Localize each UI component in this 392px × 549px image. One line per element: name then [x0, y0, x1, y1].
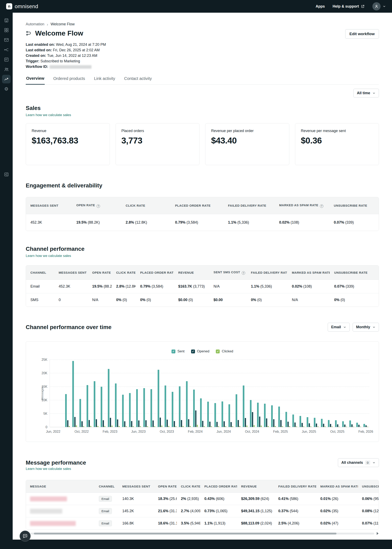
table-cell: $26,309.59 (624) [237, 493, 274, 505]
breadcrumb-current: Welcome Flow [51, 22, 75, 26]
bar-group-mar-2025 [284, 360, 291, 427]
x-tick-label: Oct, 2025 [330, 430, 344, 433]
info-icon[interactable]: ? [97, 204, 100, 208]
edit-workflow-button[interactable]: Edit workflow [345, 29, 379, 39]
clicked-bar [161, 426, 162, 427]
opened-bar [174, 421, 175, 427]
help-label: Help & support [333, 4, 359, 9]
sent-bar [342, 421, 344, 427]
granularity-dropdown[interactable]: Monthly [353, 323, 379, 332]
channel-dropdown[interactable]: Email [328, 323, 350, 332]
apps-link[interactable]: Apps [316, 4, 325, 9]
sent-bar [321, 419, 322, 427]
info-icon[interactable]: ? [320, 204, 323, 208]
legend-sent[interactable]: ✓ Sent [171, 349, 185, 354]
all-channels-dropdown[interactable]: All channels 0 [338, 458, 379, 467]
chart-legend: ✓ Sent ✓ Opened ✓ Clicked [34, 349, 371, 354]
table-cell: 18.6% (31.1K) [154, 517, 177, 530]
chart-plot-area: Messages 25K20K15K10K5K0 [50, 360, 369, 427]
x-tick-label: Jun, 2022 [46, 430, 60, 433]
message-row[interactable]: Email145.2K21.6% (31.3K)2.7% (4,009)0.73… [26, 505, 379, 517]
sidebar-item-settings[interactable]: ⚙ [2, 85, 11, 93]
sidebar-item-apps[interactable] [2, 26, 11, 34]
sidebar-item-automation[interactable] [2, 45, 11, 54]
learn-sales-link[interactable]: Learn how we calculate sales [26, 254, 71, 258]
sent-bar [87, 385, 88, 427]
clicked-bar [332, 426, 333, 427]
clicked-bar [182, 426, 183, 427]
table-cell: N/A [287, 293, 329, 307]
sidebar-item-email[interactable] [2, 36, 11, 44]
sidebar-item-forms[interactable] [2, 55, 11, 64]
table-cell: 0 [54, 293, 88, 307]
clicked-bar [246, 426, 247, 427]
table-cell: 2.8% (12.8K) [112, 280, 136, 293]
opened-bar [96, 419, 97, 427]
learn-sales-link[interactable]: Learn how we calculate sales [26, 113, 71, 117]
clicked-bar [168, 426, 169, 427]
sidebar-collapse-toggle[interactable] [2, 170, 11, 179]
message-row[interactable]: Email140.3K18.3% (25.6K)2% (2,935)0.43% … [26, 493, 379, 505]
brand-name: omnisend [15, 3, 38, 10]
column-header: Open rate? [72, 197, 121, 214]
card-label: Revenue [32, 129, 104, 133]
opened-bar [365, 425, 367, 427]
breadcrumb-automation[interactable]: Automation [26, 22, 44, 26]
legend-opened[interactable]: ✓ Opened [191, 349, 210, 354]
sidebar-item-reports[interactable] [2, 75, 11, 83]
bar-group-jun-2024 [220, 360, 227, 427]
account-menu[interactable] [372, 2, 386, 10]
y-tick-label: 5K [43, 412, 47, 416]
card-value: 3,773 [121, 136, 194, 145]
opened-bar [167, 420, 168, 427]
info-icon[interactable]: ? [242, 271, 245, 275]
sent-bar [285, 412, 287, 427]
clicked-bar [239, 426, 240, 427]
table-cell: 1.1% (5,336) [224, 214, 275, 231]
opened-bar [195, 411, 196, 427]
tab-ordered-products[interactable]: Ordered products [53, 74, 85, 84]
legend-clicked[interactable]: ✓ Clicked [216, 349, 233, 354]
workflow-icon [26, 30, 32, 36]
brand-logo[interactable]: n omnisend [6, 3, 38, 10]
tab-contact-activity[interactable]: Contact activity [124, 74, 152, 84]
bar-group-aug-2023 [149, 360, 156, 427]
scrollbar-thumb[interactable] [34, 533, 336, 535]
help-support-link[interactable]: Help & support [333, 4, 365, 9]
table-cell: Email [95, 493, 118, 505]
bar-group-mar-2023 [114, 360, 121, 427]
sidebar-item-audience[interactable] [2, 65, 11, 74]
table-cell: 0.08% (125) [358, 505, 379, 517]
opened-bar [280, 420, 281, 427]
bar-group-oct-2024 [249, 360, 256, 427]
clicked-bar [225, 426, 226, 427]
clicked-bar [147, 426, 148, 427]
time-range-dropdown[interactable]: All time [353, 89, 379, 97]
clicked-bar [211, 426, 212, 427]
bar-group-apr-2024 [206, 360, 213, 427]
table-cell: 0.43% (606) [200, 493, 237, 505]
tab-overview[interactable]: Overview [26, 74, 45, 85]
message-row[interactable]: Email166.8K18.6% (31.1K)3.5% (5,946)1.1%… [26, 517, 379, 530]
clicked-bar [275, 426, 276, 427]
table-cell: 2.8% (12.8K) [121, 214, 171, 231]
sent-bar [243, 385, 244, 427]
opened-bar [145, 420, 147, 427]
scrollbar-track[interactable] [30, 533, 374, 535]
learn-sales-link[interactable]: Learn how we calculate sales [26, 467, 71, 471]
column-header: Failed delivery rate [224, 197, 275, 214]
opened-bar [245, 418, 246, 427]
sidebar: ⚙ [0, 13, 13, 540]
table-cell: SMS [26, 293, 54, 307]
sent-bar [328, 420, 329, 427]
sidebar-item-store[interactable] [2, 16, 11, 25]
table-cell: 2.5% (4,206) [274, 517, 316, 530]
column-header: Unsubscribe rate [329, 197, 379, 214]
sent-checkbox-icon: ✓ [171, 349, 175, 354]
chat-widget-button[interactable] [20, 531, 31, 542]
tab-link-activity[interactable]: Link activity [94, 74, 116, 84]
sales-section: Sales Learn how we calculate sales Reven… [26, 105, 379, 165]
sent-bar [65, 394, 67, 427]
bar-group-jan-2023 [99, 360, 107, 427]
scroll-right-icon[interactable] [377, 532, 378, 535]
